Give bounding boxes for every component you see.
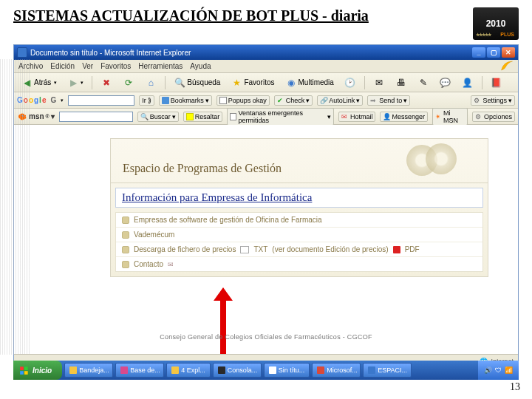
msn-popups-button[interactable]: Ventanas emergentes permitidas▾ — [227, 108, 334, 126]
slide-title: SISTEMAS ACTUALIZACIÓN DE BOT PLUS - dia… — [13, 7, 473, 24]
google-bookmarks-button[interactable]: Bookmarks▾ — [159, 95, 212, 106]
popup-allowed-icon — [230, 113, 236, 120]
taskbar-item[interactable]: Sin títu... — [264, 363, 310, 378]
media-button[interactable]: ◉Multimedia — [282, 75, 338, 91]
panel-heading: Espacio de Programas de Gestión — [123, 162, 282, 175]
forward-button[interactable]: ▶▾ — [64, 75, 87, 91]
ie-menubar: Archivo Edición Ver Favoritos Herramient… — [14, 60, 518, 73]
msn-messenger-button[interactable]: 👤Messenger — [380, 112, 428, 122]
refresh-button[interactable]: ⟳ — [119, 75, 138, 91]
stop-button[interactable]: ✖ — [97, 75, 116, 91]
panel-subheading-link[interactable]: Información para Empresas de Informática — [115, 188, 483, 208]
taskbar-item[interactable]: Consola... — [213, 363, 262, 378]
media-icon: ◉ — [285, 77, 297, 89]
minimize-button[interactable]: _ — [472, 47, 485, 58]
msn-search-button[interactable]: 🔍Buscar▾ — [137, 112, 179, 122]
google-settings-button[interactable]: ⚙Settings▾ — [471, 95, 515, 106]
google-autolink-button[interactable]: 🔗AutoLink▾ — [317, 95, 363, 106]
panel-heading-area: Espacio de Programas de Gestión — [111, 139, 488, 183]
msn-mimsn-button[interactable]: ✴Mi MSN — [432, 108, 468, 126]
mail-button[interactable]: ✉ — [369, 75, 389, 91]
bookmark-icon — [162, 97, 169, 104]
list-item[interactable]: Descarga de fichero de precios TXT (ver … — [116, 242, 482, 257]
forward-icon: ▶ — [67, 77, 79, 89]
taskbar-item[interactable]: Base de... — [115, 363, 164, 378]
ie-window: Documento sin título - Microsoft Interne… — [13, 44, 519, 368]
edit-button[interactable]: ✎ — [414, 75, 433, 91]
google-go-button[interactable]: Ir ⟫ — [139, 95, 154, 106]
page-number: 13 — [510, 381, 520, 393]
google-popups-button[interactable]: Popups okay — [216, 95, 270, 106]
taskbar-item[interactable]: Bandeja... — [64, 363, 113, 378]
popup-icon — [219, 97, 227, 104]
options-icon: ⚙ — [475, 113, 482, 120]
taskbar-item[interactable]: Microsof... — [312, 363, 361, 378]
tray-icon[interactable]: 🔊 — [484, 366, 492, 374]
google-sendto-button[interactable]: ➡Send to▾ — [367, 95, 410, 106]
taskbar-item[interactable]: 4 Expl... — [166, 363, 211, 378]
bullet-icon — [122, 216, 129, 224]
history-button[interactable]: 🕑 — [341, 75, 360, 91]
system-tray[interactable]: 🔊 🛡 📶 — [478, 361, 519, 380]
msn-search-input[interactable] — [59, 112, 133, 122]
list-item[interactable]: Vademécum — [116, 228, 482, 242]
menu-favoritos[interactable]: Favoritos — [100, 62, 131, 70]
app-icon — [218, 366, 225, 374]
panel-list: Empresas de software de gestión de Ofici… — [115, 212, 483, 272]
home-button[interactable]: ⌂ — [141, 75, 160, 91]
menu-archivo[interactable]: Archivo — [18, 62, 43, 70]
messenger-button[interactable]: 👤 — [458, 75, 477, 91]
maximize-button[interactable]: ▢ — [487, 47, 500, 58]
tray-icon[interactable]: 🛡 — [495, 366, 502, 374]
msn-options-button[interactable]: ⚙Opciones — [472, 112, 515, 122]
bullet-icon — [122, 261, 129, 268]
hotmail-icon: ✉ — [341, 113, 349, 120]
msn-highlight-button[interactable]: Resaltar — [183, 112, 223, 122]
edit-icon: ✎ — [417, 77, 429, 89]
messenger-person-icon: 👤 — [383, 113, 390, 120]
cd-icon — [406, 143, 458, 177]
callout-arrow — [214, 287, 233, 354]
google-search-input[interactable] — [68, 95, 134, 106]
discuss-icon: 💬 — [440, 77, 451, 89]
window-title: Documento sin título - Microsoft Interne… — [30, 49, 191, 57]
msn-toolbar: msn®▾ 🔍Buscar▾ Resaltar Ventanas emergen… — [14, 109, 518, 125]
google-toolbar: Google G▾ Ir ⟫ Bookmarks▾ Popups okay ✔C… — [14, 92, 518, 109]
back-button[interactable]: ◀ Atrás▾ — [17, 75, 61, 91]
menu-ayuda[interactable]: Ayuda — [190, 62, 211, 70]
refresh-icon: ⟳ — [123, 77, 134, 89]
book-icon: 📕 — [491, 77, 502, 89]
history-icon: 🕑 — [344, 77, 356, 89]
windows-flag-icon — [19, 365, 30, 375]
tray-icon[interactable]: 📶 — [505, 366, 513, 374]
msn-hotmail-button[interactable]: ✉Hotmail — [338, 112, 376, 122]
extra-button[interactable]: 📕 — [487, 75, 506, 91]
list-item[interactable]: Empresas de software de gestión de Ofici… — [116, 213, 482, 228]
msn-logo: msn®▾ — [17, 112, 55, 122]
list-item[interactable]: Contacto✉ — [116, 257, 482, 271]
messenger-icon: 👤 — [462, 77, 474, 89]
taskbar-item[interactable]: ESPACI... — [363, 363, 412, 378]
google-check-button[interactable]: ✔Check▾ — [274, 95, 313, 106]
menu-ver[interactable]: Ver — [82, 62, 93, 70]
mail-small-icon: ✉ — [168, 261, 174, 268]
ie-logo-icon — [500, 59, 514, 74]
bullet-icon — [122, 231, 129, 239]
menu-herramientas[interactable]: Herramientas — [138, 62, 183, 70]
ie-titlebar: Documento sin título - Microsoft Interne… — [14, 45, 518, 60]
stop-icon: ✖ — [100, 77, 112, 89]
close-button[interactable]: ✕ — [502, 47, 515, 58]
back-icon: ◀ — [21, 77, 33, 89]
favorites-button[interactable]: ★Favoritos — [227, 75, 278, 91]
windows-taskbar: Inicio Bandeja... Base de... 4 Expl... C… — [13, 361, 519, 380]
print-button[interactable]: 🖶 — [392, 75, 411, 91]
search-button[interactable]: 🔍Búsqueda — [170, 75, 224, 91]
year-badge: 2010 PLUS ★★★★★ — [473, 7, 519, 40]
ie-app-icon — [17, 47, 27, 58]
discuss-button[interactable]: 💬 — [436, 75, 455, 91]
butterfly-icon: ✴ — [435, 113, 442, 120]
start-button[interactable]: Inicio — [13, 361, 62, 380]
mail-icon: ✉ — [373, 77, 385, 89]
app-icon — [69, 366, 77, 374]
menu-edicion[interactable]: Edición — [50, 62, 75, 70]
